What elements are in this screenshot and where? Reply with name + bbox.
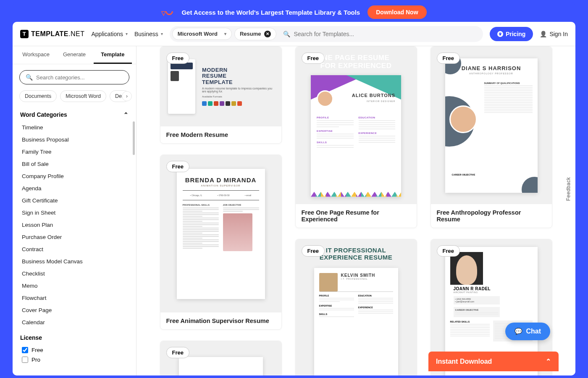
license-free-checkbox[interactable] (22, 347, 28, 353)
card-title: Free Anthropology Professor Resume (431, 204, 552, 228)
chevron-down-icon: ▾ (161, 32, 163, 36)
chevron-down-icon: ▾ (224, 32, 226, 36)
free-badge: Free (166, 347, 189, 358)
download-now-button[interactable]: Download Now (368, 5, 426, 19)
search-icon: 🔍 (283, 31, 290, 37)
category-item[interactable]: Memo (13, 280, 136, 292)
category-item[interactable]: Family Tree (13, 146, 136, 158)
card-title: Free Modern Resume (160, 126, 281, 143)
chevron-down-icon: ▾ (126, 32, 128, 36)
category-item[interactable]: Business Model Canvas (13, 255, 136, 268)
template-card[interactable]: Free IT PROFESSIONAL EXPERIENCE RESUME K… (295, 239, 417, 375)
category-item[interactable]: Contract (13, 243, 136, 255)
chip-scroll-right[interactable]: › (122, 91, 132, 101)
free-badge: Free (302, 52, 325, 64)
category-item[interactable]: Gift Certificate (13, 194, 136, 207)
promo-banner: ▽ Get Access to the World's Largest Temp… (13, 3, 575, 22)
template-card[interactable]: Free NE PAGE RESUME FOR EXPERIENCED ALIC… (295, 46, 417, 228)
chevron-up-icon (546, 357, 551, 365)
search-icon: 🔍 (26, 74, 33, 81)
chevron-up-icon: ⌃ (123, 111, 129, 118)
instant-download-bar[interactable]: Instant Download (428, 352, 559, 371)
chip-microsoft-word[interactable]: Microsoft Word (60, 90, 106, 102)
promo-icon: ▽ (161, 8, 174, 17)
feedback-tab[interactable]: Feedback (566, 177, 572, 201)
nav-business[interactable]: Business▾ (134, 31, 163, 37)
category-item[interactable]: Flowchart (13, 292, 136, 304)
logo[interactable]: T TEMPLATE.NET (20, 30, 84, 38)
category-item[interactable]: Business Proposal (13, 134, 136, 146)
topbar: T TEMPLATE.NET Applications▾ Business▾ M… (13, 22, 575, 46)
category-item[interactable]: Timeline (13, 121, 136, 134)
category-item[interactable]: Purchase Order (13, 231, 136, 243)
category-item[interactable]: Bill of Sale (13, 158, 136, 170)
pricing-button[interactable]: ♛Pricing (490, 27, 533, 41)
free-badge: Free (302, 245, 325, 257)
sign-in-link[interactable]: Sign In (540, 31, 568, 37)
section-license: License (13, 328, 136, 345)
free-badge: Free (437, 52, 460, 64)
filter-pill-word[interactable]: Microsoft Word▾ (172, 28, 232, 40)
template-card[interactable]: Free BRENDA D MIRANDA ANIMATION SUPERVIS… (160, 155, 282, 330)
category-item[interactable]: Lesson Plan (13, 219, 136, 231)
tab-generate[interactable]: Generate (55, 46, 93, 64)
filter-pill-resume[interactable]: Resume✕ (234, 28, 277, 40)
category-item[interactable]: Calendar (13, 316, 136, 328)
category-item[interactable]: Checklist (13, 268, 136, 280)
license-pro-checkbox[interactable] (22, 357, 28, 363)
tab-workspace[interactable]: Workspace (17, 46, 55, 64)
category-item[interactable]: Company Profile (13, 170, 136, 182)
tab-template[interactable]: Template (94, 46, 132, 64)
card-title: Free One Page Resume for Experienced (296, 204, 417, 228)
sidebar: Workspace Generate Template 🔍 Documents … (13, 46, 136, 375)
free-badge: Free (166, 52, 189, 64)
template-card[interactable]: Free MODERN RESUME TEMPLATE A modern res… (160, 46, 282, 144)
category-search-input[interactable] (36, 74, 123, 81)
chip-documents[interactable]: Documents (19, 90, 57, 102)
search-bar: Microsoft Word▾ Resume✕ 🔍 (170, 26, 483, 42)
card-title: Free Animation Supervisor Resume (160, 312, 281, 329)
free-badge: Free (166, 161, 189, 172)
template-card[interactable]: Free DIANE S HARRISON ANTHROPOLOGY PROFE… (430, 46, 552, 228)
free-badge: Free (437, 245, 460, 257)
logo-icon: T (20, 30, 29, 38)
nav-applications[interactable]: Applications▾ (91, 31, 128, 37)
category-item[interactable]: Sign in Sheet (13, 207, 136, 219)
template-card[interactable]: Free (160, 341, 282, 375)
search-input[interactable] (294, 31, 477, 37)
category-item[interactable]: Agenda (13, 182, 136, 194)
user-icon (540, 31, 547, 37)
close-icon[interactable]: ✕ (264, 31, 271, 37)
section-word-categories[interactable]: Word Categories⌃ (13, 108, 136, 121)
crown-icon: ♛ (497, 31, 503, 37)
promo-text: Get Access to the World's Largest Templa… (181, 9, 360, 16)
category-item[interactable]: Cover Page (13, 304, 136, 316)
chat-button[interactable]: Chat (505, 323, 550, 340)
